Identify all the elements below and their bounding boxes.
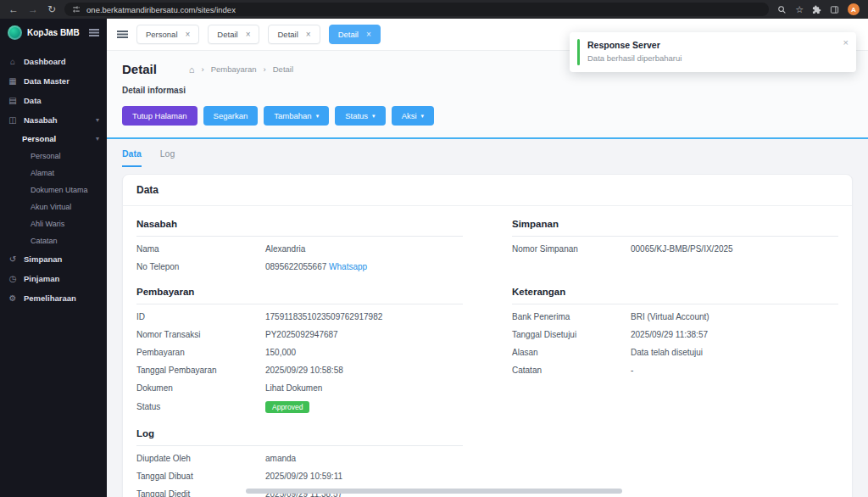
tambahan-dropdown-button[interactable]: Tambahan ▾ [264,106,329,126]
dashboard-icon: ⌂ [8,58,18,66]
nama-link[interactable]: Alexandria [265,244,305,254]
tab-personal[interactable]: Personal × [136,25,199,44]
browser-back-icon[interactable]: ← [8,4,19,14]
pinjaman-icon: ◷ [8,275,18,283]
section-nasabah: Nasabah Nama Alexandria No Telepon 08956… [136,208,463,276]
sidebar-item-catatan[interactable]: Catatan [0,232,107,249]
zoom-icon[interactable] [777,5,787,14]
breadcrumb-separator: › [202,64,204,74]
sidebar-item-dokumen-utama[interactable]: Dokumen Utama [0,181,107,198]
nasabah-icon: ◫ [8,116,18,125]
close-icon[interactable]: × [246,31,251,39]
aksi-dropdown-button[interactable]: Aksi ▾ [392,106,434,126]
breadcrumb: ⌂ › Pembayaran › Detail [189,64,293,75]
close-icon[interactable]: × [186,31,191,39]
breadcrumb-pembayaran[interactable]: Pembayaran [211,64,257,74]
breadcrumb-separator: › [264,64,266,74]
profile-avatar[interactable]: A [848,3,860,15]
browser-forward-icon[interactable]: → [28,4,38,14]
telepon-value: 0895622055667 [265,262,326,271]
section-pembayaran: Pembayaran ID 1759118351023509762917982 … [136,276,463,417]
browser-reload-icon[interactable]: ↻ [47,4,56,14]
tab-log[interactable]: Log [160,148,175,167]
close-icon[interactable]: × [306,31,311,39]
section-title-pembayaran: Pembayaran [136,276,463,304]
main-content: Detail ⌂ › Pembayaran › Detail Detail in… [107,51,868,497]
refresh-button[interactable]: Segarkan [203,106,259,126]
nomor-simpanan-link[interactable]: 00065/KJ-BMB/PS/IX/2025 [631,244,733,254]
menu-toggle-icon[interactable] [117,31,128,38]
sidebar-item-akun-virtual[interactable]: Akun Virtual [0,198,107,215]
detail-card: Data Nasabah Nama Alexandria No Telepon … [122,174,853,497]
field-tanggal-dibuat: Tanggal Dibuat 2025/09/29 10:59:11 [136,467,463,485]
whatsapp-link[interactable]: Whatsapp [329,262,367,271]
sidebar-item-dashboard[interactable]: ⌂ Dashboard [0,52,107,71]
status-dropdown-button[interactable]: Status ▾ [335,106,385,126]
status-badge: Approved [265,401,309,413]
toast-success-bar [577,39,580,65]
close-icon[interactable]: × [843,37,849,47]
side-panel-icon[interactable] [830,5,839,14]
field-nomor-simpanan: Nomor Simpanan 00065/KJ-BMB/PS/IX/2025 [512,240,838,258]
simpanan-icon: ↺ [8,255,18,264]
section-title-log: Log [136,417,463,446]
sidebar-item-pinjaman[interactable]: ◷ Pinjaman [0,269,107,288]
tab-detail-2[interactable]: Detail × [268,25,320,44]
close-page-button[interactable]: Tutup Halaman [122,106,198,126]
field-telepon: No Telepon 0895622055667 Whatsapp [136,258,463,276]
sidebar-item-data-master[interactable]: ▦ Data Master [0,71,107,91]
sidebar-item-data[interactable]: ▤ Data [0,91,107,110]
breadcrumb-detail: Detail [273,64,293,74]
chevron-down-icon: ▾ [96,116,99,124]
field-tanggal-disetujui: Tanggal Disetujui 2025/09/29 11:38:57 [512,326,838,343]
sidebar-item-alamat[interactable]: Alamat [0,165,107,181]
field-diupdate-oleh: Diupdate Oleh amanda [136,450,463,467]
sidebar-item-ahli-waris[interactable]: Ahli Waris [0,215,107,232]
section-log: Log Diupdate Oleh amanda Tanggal Dibuat … [136,417,463,497]
close-icon[interactable]: × [366,31,371,39]
card-title: Data [123,175,852,206]
brand: KopJas BMB [0,19,107,48]
field-pembayaran: Pembayaran 150,000 [136,343,463,361]
extensions-icon[interactable] [812,5,821,14]
toast-message: Data berhasil diperbaharui [587,53,834,63]
field-nama: Nama Alexandria [136,240,463,258]
field-bank-penerima: Bank Penerima BRI (Virtual Account) [512,308,838,326]
chevron-down-icon: ▾ [96,135,99,142]
bookmark-star-icon[interactable]: ☆ [795,5,804,14]
browser-chrome: ← → ↻ one.berkatmandiribersatu.com/sites… [0,0,868,19]
action-buttons: Tutup Halaman Segarkan Tambahan ▾ Status… [122,106,853,126]
sidebar-item-pemeliharaan[interactable]: ⚙ Pemeliharaan [0,288,107,308]
data-icon: ▤ [8,97,18,105]
tab-detail-active[interactable]: Detail × [329,25,381,44]
sidebar-item-nasabah[interactable]: ◫ Nasabah ▾ [0,110,107,130]
site-info-icon[interactable] [72,5,81,14]
sidebar: KopJas BMB ⌂ Dashboard ▦ Data Master ▤ D… [0,19,107,497]
section-title-simpanan: Simpanan [512,208,838,237]
app-logo-icon [8,25,22,40]
tab-detail-1[interactable]: Detail × [208,25,259,44]
section-simpanan: Simpanan Nomor Simpanan 00065/KJ-BMB/PS/… [512,208,838,276]
home-icon[interactable]: ⌂ [189,64,195,75]
field-id: ID 1759118351023509762917982 [136,308,463,326]
chevron-down-icon: ▾ [421,113,425,119]
brand-name: KopJas BMB [27,28,84,37]
section-keterangan: Keterangan Bank Penerima BRI (Virtual Ac… [512,276,838,417]
sidebar-collapse-icon[interactable] [89,29,99,36]
chevron-down-icon: ▾ [316,113,320,119]
sidebar-item-simpanan[interactable]: ↺ Simpanan [0,249,107,269]
field-tanggal-pembayaran: Tanggal Pembayaran 2025/09/29 10:58:58 [136,361,463,379]
chevron-down-icon: ▾ [372,113,376,119]
section-title-keterangan: Keterangan [512,276,838,304]
lihat-dokumen-link[interactable]: Lihat Dokumen [265,383,322,393]
address-bar[interactable]: one.berkatmandiribersatu.com/sites/index [64,3,769,16]
tab-data[interactable]: Data [122,148,142,167]
field-catatan: Catatan - [512,361,838,379]
sidebar-menu: ⌂ Dashboard ▦ Data Master ▤ Data ◫ Nasab… [0,48,107,308]
field-dokumen: Dokumen Lihat Dokumen [136,379,463,397]
pemeliharaan-icon: ⚙ [8,294,18,303]
field-alasan: Alasan Data telah disetujui [512,343,838,361]
sidebar-item-personal[interactable]: Personal [0,148,107,165]
horizontal-scrollbar[interactable] [246,489,622,494]
sidebar-group-personal[interactable]: Personal ▾ [0,130,107,148]
